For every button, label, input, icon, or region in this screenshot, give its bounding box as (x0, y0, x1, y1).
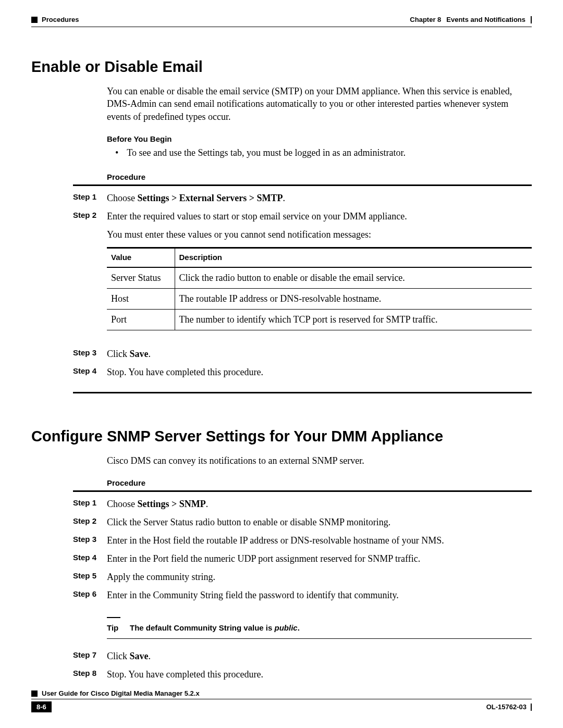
s1-step1-pre: Choose (107, 193, 138, 203)
section1-body: You can enable or disable the email serv… (107, 85, 532, 181)
s1-step3-pre: Click (107, 349, 130, 359)
section1-steps-top-rule (73, 184, 532, 186)
header-section-name: Procedures (42, 16, 79, 23)
tip-underline (107, 638, 532, 639)
s2-step3-text: Enter in the Host field the routable IP … (107, 534, 532, 548)
footer-doc-id: OL-15762-03 (486, 703, 527, 711)
footer-title-row: User Guide for Cisco Digital Media Manag… (31, 689, 532, 697)
s1-step3: Step 3 Click Save. (73, 347, 532, 361)
table-cell-desc: Click the radio button to enable or disa… (175, 267, 532, 289)
table-header-description: Description (175, 248, 532, 267)
s2-step6-label: Step 6 (73, 588, 107, 598)
s2-step1-label: Step 1 (73, 497, 107, 507)
s2-step8: Step 8 Stop. You have completed this pro… (73, 668, 532, 682)
s1-step1-post: . (283, 193, 285, 203)
s1-step4-label: Step 4 (73, 365, 107, 375)
s2-step3-label: Step 3 (73, 534, 107, 544)
table-header-value: Value (107, 248, 175, 267)
s1-step1: Step 1 Choose Settings > External Server… (73, 191, 532, 205)
page: Procedures Chapter 8 Events and Notifica… (0, 0, 563, 728)
footer-bottom: 8-6 OL-15762-03 (31, 701, 532, 712)
procedure-label-2: Procedure (107, 478, 532, 487)
page-number-badge: 8-6 (31, 701, 52, 712)
s1-step1-label: Step 1 (73, 191, 107, 201)
table-cell-desc: The routable IP address or DNS-resolvabl… (175, 288, 532, 309)
s2-step1-pre: Choose (107, 499, 138, 509)
footer-square-icon (31, 690, 38, 697)
table-cell-desc: The number to identify which TCP port is… (175, 309, 532, 330)
table-row: Host The routable IP address or DNS-reso… (107, 288, 532, 309)
before-bullet-row: • To see and use the Settings tab, you m… (107, 146, 532, 159)
s2-step1-post: . (206, 499, 209, 509)
header-chapter-title: Events and Notifications (446, 16, 525, 23)
footer-guide-title: User Guide for Cisco Digital Media Manag… (42, 689, 200, 697)
s2-step3: Step 3 Enter in the Host field the routa… (73, 534, 532, 548)
section2-intro: Cisco DMS can convey its notifications t… (107, 454, 532, 467)
running-header: Procedures Chapter 8 Events and Notifica… (31, 16, 532, 23)
footer-vertical-bar-icon (531, 704, 532, 711)
section1-steps: Step 1 Choose Settings > External Server… (73, 184, 532, 393)
s1-step1-text: Choose Settings > External Servers > SMT… (107, 191, 532, 205)
tip-block: Tip The default Community String value i… (107, 617, 532, 639)
s1-step4: Step 4 Stop. You have completed this pro… (73, 365, 532, 379)
page-footer: User Guide for Cisco Digital Media Manag… (31, 689, 532, 712)
header-vertical-bar-icon (531, 16, 532, 23)
header-left: Procedures (31, 16, 79, 23)
section1-heading: Enable or Disable Email (31, 58, 532, 76)
s2-step7-post: . (149, 651, 151, 661)
section2-steps: Step 1 Choose Settings > SNMP. Step 2 Cl… (73, 490, 532, 682)
s1-step4-text: Stop. You have completed this procedure. (107, 365, 532, 379)
before-bullet-text: To see and use the Settings tab, you mus… (127, 146, 406, 159)
s1-step2: Step 2 Enter the required values to star… (73, 209, 532, 343)
s2-step4-text: Enter in the Port field the numeric UDP … (107, 552, 532, 566)
tip-text: The default Community String value is pu… (130, 622, 300, 634)
table-cell-value: Host (107, 288, 175, 309)
before-you-begin-label: Before You Begin (107, 134, 532, 143)
table-row: Port The number to identify which TCP po… (107, 309, 532, 330)
s2-step6: Step 6 Enter in the Community String fie… (73, 588, 532, 602)
tip-overline (107, 617, 120, 618)
tip-row-wrapper: Tip The default Community String value i… (73, 607, 532, 646)
section1-steps-bottom-rule (73, 392, 532, 393)
section1-intro: You can enable or disable the email serv… (107, 85, 532, 123)
s2-step5-text: Apply the community string. (107, 570, 532, 584)
s2-step7-label: Step 7 (73, 649, 107, 659)
header-right: Chapter 8 Events and Notifications (410, 16, 532, 23)
tip-label: Tip (107, 622, 130, 634)
s2-step8-text: Stop. You have completed this procedure. (107, 668, 532, 682)
s2-step4: Step 4 Enter in the Port field the numer… (73, 552, 532, 566)
s1-step3-label: Step 3 (73, 347, 107, 357)
header-chapter: Chapter 8 (410, 16, 441, 23)
header-rule (31, 27, 532, 27)
s1-step2-line2: You must enter these values or you canno… (107, 228, 532, 242)
procedure-label-1: Procedure (107, 172, 532, 181)
s1-step2-label: Step 2 (73, 209, 107, 219)
table-cell-value: Port (107, 309, 175, 330)
footer-right: OL-15762-03 (486, 703, 532, 711)
table-row: Server Status Click the radio button to … (107, 267, 532, 289)
table-cell-value: Server Status (107, 267, 175, 289)
s2-step1: Step 1 Choose Settings > SNMP. (73, 497, 532, 511)
s2-step7-pre: Click (107, 651, 130, 661)
s1-step2-line1: Enter the required values to start or st… (107, 209, 532, 224)
s2-step1-text: Choose Settings > SNMP. (107, 497, 532, 511)
bullet-icon: • (115, 146, 118, 159)
section2-body: Cisco DMS can convey its notifications t… (107, 454, 532, 487)
s1-step3-text: Click Save. (107, 347, 532, 361)
s2-step2-text: Click the Server Status radio button to … (107, 515, 532, 529)
s2-step5: Step 5 Apply the community string. (73, 570, 532, 584)
footer-rule (31, 699, 532, 699)
s1-step1-bold: Settings > External Servers > SMTP (138, 193, 283, 203)
s2-step1-bold: Settings > SNMP (138, 499, 206, 509)
s2-step2: Step 2 Click the Server Status radio but… (73, 515, 532, 529)
tip-italic: public (275, 623, 298, 632)
s1-step3-post: . (149, 349, 151, 359)
section2-heading: Configure SNMP Server Settings for Your … (31, 428, 532, 445)
s1-step3-bold: Save (130, 349, 149, 359)
values-table: Value Description Server Status Click th… (107, 247, 532, 330)
s2-step6-text: Enter in the Community String field the … (107, 588, 532, 602)
s2-step7-text: Click Save. (107, 649, 532, 663)
s2-step2-label: Step 2 (73, 515, 107, 525)
s1-step2-text: Enter the required values to start or st… (107, 209, 532, 343)
s2-step7-bold: Save (130, 651, 149, 661)
